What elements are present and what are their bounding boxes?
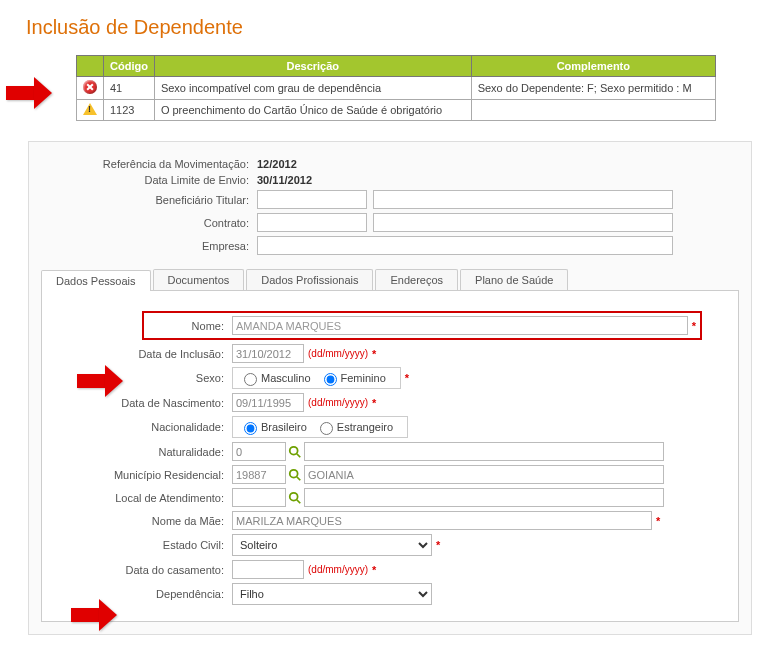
- svg-point-0: [290, 446, 298, 454]
- date-hint: (dd/mm/yyyy): [308, 564, 368, 575]
- sexo-feminino-radio[interactable]: [324, 373, 337, 386]
- naturalidade-name-input[interactable]: [304, 442, 664, 461]
- tab-dados-pessoais[interactable]: Dados Pessoais: [41, 270, 151, 291]
- empresa-input[interactable]: [257, 236, 673, 255]
- dependencia-label: Dependência:: [56, 588, 232, 600]
- error-code: 41: [104, 77, 155, 100]
- titular-label: Beneficiário Titular:: [67, 194, 257, 206]
- nac-estrangeiro-label: Estrangeiro: [337, 421, 393, 433]
- nascimento-input[interactable]: [232, 393, 304, 412]
- errors-th-comp: Complemento: [471, 56, 715, 77]
- required-mark: *: [372, 397, 376, 409]
- error-desc: O preenchimento do Cartão Único de Saúde…: [154, 100, 471, 121]
- tab-plano-de-saude[interactable]: Plano de Saúde: [460, 269, 568, 290]
- errors-th-desc: Descrição: [154, 56, 471, 77]
- nac-estrangeiro-radio[interactable]: [320, 422, 333, 435]
- dependencia-select[interactable]: Filho: [232, 583, 432, 605]
- inclusao-input[interactable]: [232, 344, 304, 363]
- casamento-label: Data do casamento:: [56, 564, 232, 576]
- municipio-label: Município Residencial:: [56, 469, 232, 481]
- titular-name-input[interactable]: [373, 190, 673, 209]
- required-mark: *: [372, 564, 376, 576]
- inclusao-label: Data de Inclusão:: [56, 348, 232, 360]
- ref-value: 12/2012: [257, 158, 297, 170]
- local-atend-label: Local de Atendimento:: [56, 492, 232, 504]
- estado-civil-label: Estado Civil:: [56, 539, 232, 551]
- table-row: 41 Sexo incompatível com grau de dependê…: [77, 77, 716, 100]
- empresa-label: Empresa:: [67, 240, 257, 252]
- nome-highlight: Nome: *: [142, 311, 702, 340]
- naturalidade-label: Naturalidade:: [56, 446, 232, 458]
- ref-label: Referência da Movimentação:: [67, 158, 257, 170]
- limit-label: Data Limite de Envio:: [67, 174, 257, 186]
- nac-brasileiro-radio[interactable]: [244, 422, 257, 435]
- titular-code-input[interactable]: [257, 190, 367, 209]
- required-mark: *: [692, 320, 696, 332]
- estado-civil-select[interactable]: Solteiro: [232, 534, 432, 556]
- sexo-feminino-label: Feminino: [341, 372, 386, 384]
- naturalidade-code-input[interactable]: [232, 442, 286, 461]
- error-comp: [471, 100, 715, 121]
- svg-line-1: [297, 453, 301, 457]
- errors-th-code: Código: [104, 56, 155, 77]
- svg-point-2: [290, 469, 298, 477]
- errors-table: Código Descrição Complemento 41 Sexo inc…: [76, 55, 716, 121]
- required-mark: *: [436, 539, 440, 551]
- mae-input[interactable]: [232, 511, 652, 530]
- form-panel: Referência da Movimentação: 12/2012 Data…: [28, 141, 752, 635]
- nascimento-label: Data de Nascimento:: [56, 397, 232, 409]
- municipio-code-input[interactable]: [232, 465, 286, 484]
- required-mark: *: [372, 348, 376, 360]
- nome-label: Nome:: [148, 320, 232, 332]
- contrato-label: Contrato:: [67, 217, 257, 229]
- tab-body: Nome: * Data de Inclusão: (dd/mm/yyyy) *…: [41, 290, 739, 622]
- contrato-code-input[interactable]: [257, 213, 367, 232]
- tab-enderecos[interactable]: Endereços: [375, 269, 458, 290]
- sexo-masculino-label: Masculino: [261, 372, 311, 384]
- nac-brasileiro-label: Brasileiro: [261, 421, 307, 433]
- svg-line-3: [297, 476, 301, 480]
- tab-documentos[interactable]: Documentos: [153, 269, 245, 290]
- sexo-masculino-radio[interactable]: [244, 373, 257, 386]
- page-title: Inclusão de Dependente: [26, 16, 754, 39]
- required-mark: *: [656, 515, 660, 527]
- local-atend-code-input[interactable]: [232, 488, 286, 507]
- error-comp: Sexo do Dependente: F; Sexo permitido : …: [471, 77, 715, 100]
- date-hint: (dd/mm/yyyy): [308, 397, 368, 408]
- error-desc: Sexo incompatível com grau de dependênci…: [154, 77, 471, 100]
- limit-value: 30/11/2012: [257, 174, 312, 186]
- error-icon: [83, 80, 97, 94]
- local-atend-name-input[interactable]: [304, 488, 664, 507]
- search-icon[interactable]: [286, 466, 304, 484]
- nome-input[interactable]: [232, 316, 688, 335]
- required-mark: *: [405, 372, 409, 384]
- tab-dados-profissionais[interactable]: Dados Profissionais: [246, 269, 373, 290]
- warning-icon: [83, 103, 97, 115]
- mae-label: Nome da Mãe:: [56, 515, 232, 527]
- casamento-input[interactable]: [232, 560, 304, 579]
- contrato-name-input[interactable]: [373, 213, 673, 232]
- error-code: 1123: [104, 100, 155, 121]
- table-row: 1123 O preenchimento do Cartão Único de …: [77, 100, 716, 121]
- municipio-name-input[interactable]: [304, 465, 664, 484]
- errors-th-icon: [77, 56, 104, 77]
- search-icon[interactable]: [286, 489, 304, 507]
- date-hint: (dd/mm/yyyy): [308, 348, 368, 359]
- nacionalidade-label: Nacionalidade:: [56, 421, 232, 433]
- tab-bar: Dados Pessoais Documentos Dados Profissi…: [41, 269, 739, 290]
- svg-line-5: [297, 499, 301, 503]
- svg-point-4: [290, 492, 298, 500]
- search-icon[interactable]: [286, 443, 304, 461]
